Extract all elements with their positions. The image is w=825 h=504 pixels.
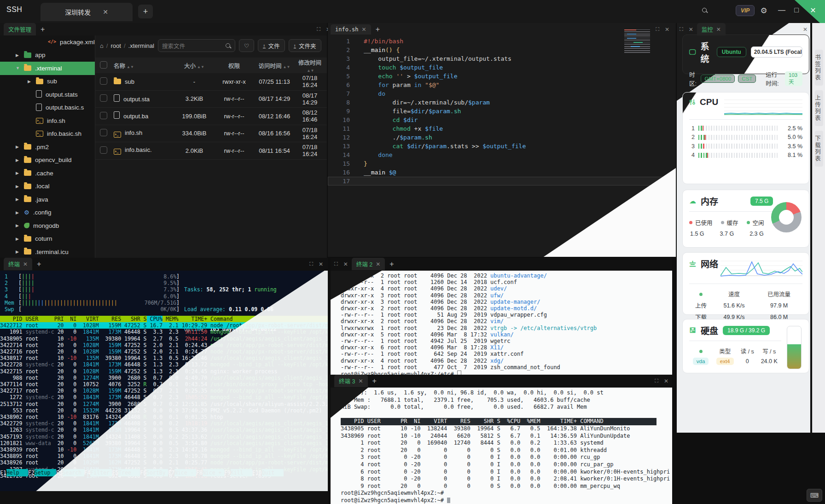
select-all-checkbox[interactable] <box>100 61 107 69</box>
favorite-button[interactable]: ♡ <box>239 39 254 52</box>
tree-item-info.basic.sh[interactable]: >_info.basic.sh <box>0 127 95 141</box>
file-row-info.basic.[interactable]: >_info.basic.2.0KiBrw-r--r--08/11 16:540… <box>95 142 327 160</box>
panel-close-icon[interactable]: ✕ <box>343 261 348 267</box>
terminal-3-close-icon[interactable]: ✕ <box>358 378 363 384</box>
expand-icon[interactable]: ⛶ <box>309 261 313 267</box>
minimap[interactable] <box>624 29 650 53</box>
tree-item-.xterminal[interactable]: ▼.xterminal <box>0 62 95 75</box>
terminal-2-screen[interactable]: drwxr-xr-x 2 root root 4096 Dec 28 2022 … <box>331 271 672 375</box>
tab-info-sh[interactable]: info.sh ✕ <box>331 24 371 35</box>
editor-tab-close-icon[interactable]: ✕ <box>362 26 366 33</box>
session-tab[interactable]: 深圳转发 ✕ <box>41 3 133 21</box>
expand-icon[interactable]: ⛶ <box>334 261 338 267</box>
process-row-3438926[interactable]: 3438926 root 20 0 1029M 162M 47252 S 0.0… <box>0 459 328 466</box>
monitor-tab-close-icon[interactable]: ✕ <box>716 26 721 33</box>
tree-item-app[interactable]: ▶app <box>0 49 95 62</box>
panel-close-icon[interactable]: ✕ <box>665 26 669 33</box>
col-mtime[interactable]: 修改时间▲▼ <box>293 58 327 73</box>
tab-terminal-1[interactable]: 终端 ✕ <box>4 258 32 270</box>
terminal-1-close-icon[interactable]: ✕ <box>23 261 28 267</box>
tab-terminal-2[interactable]: 终端 2 ✕ <box>352 258 385 270</box>
tab-upload-list[interactable]: 上传列表 <box>815 90 823 126</box>
tree-item-.local[interactable]: ▶.local <box>0 180 95 193</box>
code-area[interactable]: 1#!/bin/bash2__main() {3 output_file=~/.… <box>328 37 676 257</box>
fkey-F9[interactable]: F9Kill <box>224 469 252 476</box>
tree-item-info.sh[interactable]: >_info.sh <box>0 114 95 127</box>
tree-item-.java[interactable]: ▶.java <box>0 193 95 206</box>
terminal-3-screen[interactable]: %Cpu(s): 1.6 us, 1.6 sy, 0.0 ni, 96.8 id… <box>331 388 672 504</box>
floating-keyboard-icon[interactable]: ⌨ <box>807 489 822 502</box>
terminal-add-tab[interactable]: + <box>372 377 377 385</box>
fkey-F3[interactable]: F3Search <box>56 469 84 476</box>
tab-monitor[interactable]: 监控 ✕ <box>697 23 726 35</box>
session-tab-close-icon[interactable]: ✕ <box>103 8 108 16</box>
tab-file-manager[interactable]: 文件管理 <box>4 23 36 35</box>
editor-add-tab[interactable]: + <box>376 25 380 34</box>
monitor-close-icon[interactable]: ✕ <box>803 26 808 33</box>
col-name[interactable]: 名称▲▼ <box>112 61 176 70</box>
process-row-1201821[interactable]: 1201821 www-data 20 0 5263M 39380 19964 … <box>0 440 328 446</box>
tab-terminal-3[interactable]: 终端 3 ✕ <box>334 375 368 387</box>
col-atime[interactable]: 访问时间▲▼ <box>256 61 293 70</box>
minimize-icon[interactable]: — <box>776 6 787 14</box>
search-input[interactable]: 搜索文件 <box>158 39 235 52</box>
file-row-output.ba[interactable]: output.ba199.0BiBrw-r--r--08/12 16:4608/… <box>95 108 327 125</box>
process-row-2513712[interactable]: 2513712 root 20 0 1274M 3900 2680 S 0.7 … <box>0 401 328 407</box>
process-row-3422717[interactable]: 3422717 root 20 0 1028M 159M 47252 S 0.7… <box>0 388 328 394</box>
process-row-3422728[interactable]: 3422728 systemd-c 20 0 1841M 173M 46448 … <box>0 361 328 368</box>
process-row-1091[interactable]: 1091 systemd-c 20 0 1841M 173M 46448 S 3… <box>0 329 328 335</box>
tab-download-list[interactable]: 下载列表 <box>815 131 823 167</box>
tree-item-.cache[interactable]: ▶.cache <box>0 167 95 180</box>
tree-item-mongodb[interactable]: ▶mongodb <box>0 219 95 232</box>
process-row-3477114[interactable]: 3477114 root 20 0 10752 4076 3252 R 0.7 … <box>0 381 328 388</box>
panel-close-icon[interactable]: ✕ <box>664 378 668 384</box>
tree-item-package.xml[interactable]: </>package.xml <box>0 35 95 49</box>
close-icon[interactable]: ✕ <box>808 6 819 15</box>
process-row-3438902[interactable]: 3438902 root 10 -10 83176 14324 11408 R … <box>0 414 328 420</box>
panel-close-icon[interactable]: ✕ <box>319 261 323 267</box>
panel-close-icon[interactable]: ✕ <box>689 26 693 33</box>
terminal-2-close-icon[interactable]: ✕ <box>376 261 380 267</box>
os-version-field[interactable]: 20.04.5 LTS (Focal Fossa <box>751 46 802 58</box>
process-row-3438905[interactable]: 3438905 root 10 -10 135M 39380 19964 S 2… <box>0 336 328 342</box>
process-row-3457193[interactable]: 3457193 systemd-c 20 0 1841M 14324 11408… <box>0 434 328 440</box>
fkey-F1[interactable]: F1Help <box>0 469 28 476</box>
process-row-3438939[interactable]: 3438939 root 10 -10 1841M 173M 46448 S 0… <box>0 446 328 453</box>
search-submit-icon[interactable] <box>226 43 231 48</box>
tree-item-output.basic.s[interactable]: output.basic.s <box>0 101 95 115</box>
process-row-3438917[interactable]: 3438917 root 10 -10 135M 39380 19964 S 1… <box>0 355 328 361</box>
file-row-output.sta[interactable]: output.sta3.2KiBrw-r--r--08/17 14:2908/1… <box>95 91 327 108</box>
new-session-button[interactable]: + <box>138 5 153 18</box>
expand-icon[interactable]: ⛶ <box>656 26 659 32</box>
upload-file-button[interactable]: ↑ 文件 <box>258 39 285 52</box>
fkey-F4[interactable]: F4Filter <box>84 469 112 476</box>
breadcrumb[interactable]: ⌂/ root/ .xterminal <box>100 42 154 49</box>
fkey-F6[interactable]: F6SortBy <box>140 469 168 476</box>
tree-item-opencv_build[interactable]: ▶opencv_build <box>0 154 95 167</box>
fkey-F7[interactable]: F7Nice - <box>168 469 196 476</box>
process-row-3422714[interactable]: 3422714 root 20 0 1028M 159M 47252 S 2.0… <box>0 342 328 348</box>
terminal-add-tab[interactable]: + <box>37 260 41 268</box>
tree-item-.terminal.icu[interactable]: ▶.terminal.icu <box>0 245 95 258</box>
terminal-1-screen[interactable]: 1[||||8.6%]2[||||9.5%]3[||||7.3%]4[|||6.… <box>0 271 328 491</box>
terminal-add-tab[interactable]: + <box>389 260 394 268</box>
tab-bookmark-list[interactable]: 书签列表 <box>815 50 823 86</box>
tree-item-output.stats[interactable]: output.stats <box>0 88 95 101</box>
tree-item-.config[interactable]: ▶⚙.config <box>0 206 95 220</box>
file-row-info.sh[interactable]: >_info.sh334.0BiBrw-r--r--08/16 16:5607/… <box>95 125 327 143</box>
fkey-F10[interactable]: F10Quit <box>252 469 284 476</box>
process-row-3422715[interactable]: 3422715 root 20 0 1028M 159M 47252 S 1.3… <box>0 368 328 375</box>
vip-badge[interactable]: VIP <box>736 5 755 16</box>
col-perm[interactable]: 权限 <box>212 61 256 70</box>
settings-gear-icon[interactable]: ⚙ <box>758 6 769 16</box>
upload-folder-button[interactable]: ↑ 文件夹 <box>289 39 321 52</box>
htop-function-keys[interactable]: F1HelpF2SetupF3SearchF4FilterF5TreeF6Sor… <box>0 469 328 476</box>
col-size[interactable]: 大小▲▼ <box>176 61 212 70</box>
file-manager-add-tab[interactable]: + <box>41 25 45 34</box>
tree-item-.pm2[interactable]: ▶.pm2 <box>0 140 95 154</box>
process-row-3422716[interactable]: 3422716 root 20 0 1028M 159M 47252 S 2.0… <box>0 348 328 355</box>
process-row-988[interactable]: 988 root 20 0 1274M 3900 2680 S 0.7 0.0 … <box>0 375 328 381</box>
process-row-1272[interactable]: 1272 systemd-c 20 0 1841M 173M 46448 S 0… <box>0 394 328 400</box>
fkey-F5[interactable]: F5Tree <box>112 469 140 476</box>
search-icon[interactable] <box>699 6 710 14</box>
